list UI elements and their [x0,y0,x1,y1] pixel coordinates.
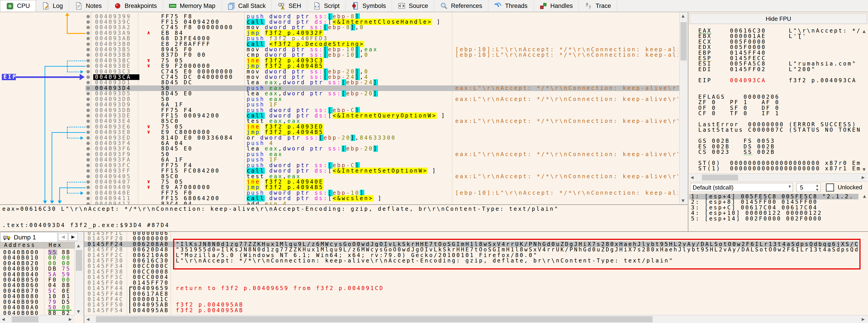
breakpoint-dot-icon[interactable] [87,109,90,112]
arg-row[interactable]: 1: [esp+4] 005FE5C8 005FE5C8 "2.1.2. [689,194,859,200]
disasm-row[interactable]: 004093D450push eaxeax:L"\r\nAccept: */*\… [86,85,679,91]
breakpoint-dot-icon[interactable] [87,81,90,84]
disasm-row[interactable]: 004093D18D45 DClea eax,dword ptr ss:[ebp… [86,80,679,85]
register-line[interactable]: EFLAGS 00000206 [698,94,862,100]
stepper-down-icon[interactable]: ▼ [815,188,819,191]
disasm-row[interactable]: 004093A2C745 F8 00000000mov dword ptr ss… [86,25,679,30]
breakpoint-dot-icon[interactable] [87,175,90,178]
breakpoint-dot-icon[interactable] [87,203,90,205]
dump-row[interactable]: 0040B0801081 [0,294,75,299]
breakpoint-dot-icon[interactable] [87,37,90,40]
register-line[interactable] [698,116,862,122]
dump-byte[interactable]: 00 [62,305,71,310]
breakpoint-dot-icon[interactable] [87,48,90,51]
register-line[interactable] [698,133,862,139]
register-line[interactable]: ESP 0145FECC [698,56,862,61]
dump-byte[interactable]: 59 [62,272,71,277]
disasm-vscrollbar[interactable]: ▲ ▼ [679,12,687,205]
register-line[interactable] [698,155,862,160]
breakpoint-dot-icon[interactable] [87,125,90,129]
register-line[interactable]: ZF 0 PF 1 AF 0 [698,100,862,105]
stack-row[interactable]: 0145FF4C0000011C [84,296,859,302]
register-line[interactable]: ECX 005F0000 [698,39,862,45]
disasm-row[interactable]: 004093F68D45 E0lea eax,dword ptr ss:[ebp… [86,146,679,151]
breakpoint-dot-icon[interactable] [87,92,90,95]
breakpoint-dot-icon[interactable] [87,59,90,62]
register-line[interactable]: CS 0023 SS 002B [698,149,862,155]
dump-byte[interactable]: 0E [62,288,71,294]
arg-row[interactable]: 2: [esp+8] 0145FF00 0145FF00 [689,199,859,205]
disasm-row[interactable]: 004093BC∨75 05jne f3f2_p.4093C3 [86,58,679,64]
disasm-row[interactable]: 004093D850push eaxeax:L"\r\nAccept: */*\… [86,97,679,102]
scroll-left-icon[interactable]: ◀ [2,317,5,321]
stack-row[interactable]: 0145FF50004095ABf3f2_p.004095AB [84,302,859,308]
disasm-row[interactable]: 004093ED814D E0 00336084or dword ptr ss:… [86,135,679,141]
register-line[interactable]: EDI 0145FF02 L"200" [698,67,862,72]
disasm-row[interactable]: 004093E485C0test eax,eaxeax:L"\r\nAccept… [86,118,679,124]
dump-byte[interactable]: DB [48,266,57,272]
disasm-row[interactable]: 004093E6∨75 05jne f3f2_p.4093ED [86,124,679,130]
scroll-right-icon[interactable]: ▶ [69,317,72,321]
dump-next-button[interactable]: ▶ [68,233,78,241]
register-line[interactable]: LastError 00000000 (ERROR_SUCCESS) [698,122,862,128]
breakpoint-dot-icon[interactable] [87,180,90,184]
dump-byte[interactable]: F0 [48,277,57,283]
breakpoint-dot-icon[interactable] [87,26,90,29]
breakpoint-dot-icon[interactable] [87,70,90,73]
breakpoint-dot-icon[interactable] [87,86,90,90]
dump-byte[interactable]: 00 [62,277,71,283]
register-line[interactable]: ES 002B DS 002B [698,144,862,149]
scroll-up-icon[interactable]: ▲ [77,244,80,248]
disasm-row[interactable]: 004093C3C745 E0 00000000mov dword ptr ss… [86,69,679,75]
tab-handles[interactable]: Handles [533,0,579,12]
disasm-row[interactable]: 004093FCFF75 F4push dword ptr ss:[ebp-C] [86,163,679,168]
dump-prev-button[interactable]: ◀ [58,233,68,241]
dump-vscrollbar[interactable]: ▲ ▼ [75,242,83,315]
disasm-row[interactable]: 004093CAC745 DC 04000000mov dword ptr ss… [86,74,679,80]
disasm-row[interactable]: 004093B58945 F0mov dword ptr ss:[ebp-10]… [86,47,679,52]
register-line[interactable]: ST(0) 00000000000000000000 x87r0 Empty [698,160,862,166]
breakpoint-dot-icon[interactable] [87,153,90,156]
dump-byte[interactable]: 8B [62,250,71,255]
breakpoint-dot-icon[interactable] [87,64,90,68]
dump-row[interactable]: 0040B060048B [0,283,75,288]
breakpoint-dot-icon[interactable] [87,42,90,46]
scroll-right-icon[interactable]: ▶ [862,176,865,179]
dump-byte[interactable]: 79 [48,299,57,305]
dump-byte[interactable]: 00 [48,261,57,266]
hide-fpu-button[interactable]: Hide FPU [690,13,867,24]
disasm-row[interactable]: 004093BE∨E9 F2000000jmp f3f2_p.4094B5 [86,63,679,69]
register-line[interactable]: ESI 005FA5C8 L"rumahsia.com" [698,61,862,67]
tab-cpu[interactable]: CPU [0,0,36,12]
tab-references[interactable]: References [434,0,488,12]
disasm-row[interactable]: 004093D96A 1Fpush 1F [86,102,679,108]
dump-byte[interactable]: 50 [48,305,57,310]
breakpoint-dot-icon[interactable] [87,191,90,195]
disassembly-panel[interactable]: 00409399FF75 F8push dword ptr ss:[ebp-8]… [0,12,687,205]
breakpoint-dot-icon[interactable] [87,20,90,24]
dump-byte[interactable]: 10 [48,294,57,299]
breakpoint-dot-icon[interactable] [87,119,90,123]
calling-convention-select[interactable]: Default (stdcall) ▾ [690,183,793,192]
disasm-row[interactable]: 00409409∨E9 A7000000jmp f3f2_p.4094B5 [86,184,679,190]
dump-row[interactable]: 0040B0100000 [0,255,75,261]
disasm-row[interactable]: 004093F46A 04push 4 [86,141,679,146]
arg-row[interactable]: 3: [esp+C] 00617C04 00617C04 [689,205,859,211]
scroll-down-icon[interactable]: ▼ [682,199,684,203]
breakpoint-dot-icon[interactable] [87,15,90,18]
breakpoint-dot-icon[interactable] [87,103,90,106]
dump-row[interactable]: 0040B09079D5 [0,299,75,305]
disasm-row[interactable]: 0040940585C0test eax,eaxeax:L"\r\nAccept… [86,174,679,179]
unlocked-checkbox[interactable] [826,183,834,191]
disasm-row[interactable]: 004093FA6A 1Fpush 1F [86,157,679,163]
register-line[interactable] [698,89,862,95]
scroll-left-icon[interactable]: ◀ [691,176,693,179]
breakpoint-dot-icon[interactable] [87,158,90,162]
disasm-row[interactable]: 00409411FF15 68064200call dword ptr ds:[… [86,195,679,201]
tab-trace[interactable]: Trace [579,0,617,12]
tab-breakpoints[interactable]: Breakpoints [108,0,163,12]
disasm-row[interactable]: 0040941783C4 04add esp,4 [86,201,679,205]
dump-row[interactable]: 0040B030DB75 [0,266,75,272]
dump-row[interactable]: 0040B050F000 [0,277,75,283]
dump-row[interactable]: 0040B0705C0E [0,288,75,294]
